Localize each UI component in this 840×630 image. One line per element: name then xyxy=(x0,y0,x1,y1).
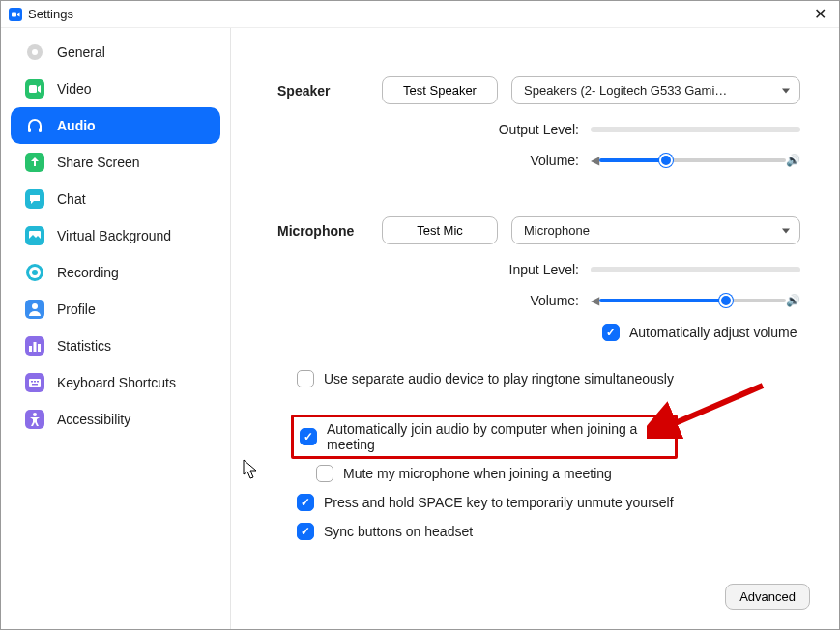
sidebar-item-label: Audio xyxy=(57,118,96,133)
volume-low-icon: ◀ xyxy=(591,154,599,167)
test-mic-button[interactable]: Test Mic xyxy=(382,216,498,244)
option-label: Sync buttons on headset xyxy=(324,524,473,539)
accessibility-icon xyxy=(24,409,45,430)
speaker-label: Speaker xyxy=(277,83,382,99)
auto-adjust-row: Automatically adjust volume xyxy=(277,324,800,341)
option-label: Mute my microphone when joining a meetin… xyxy=(343,466,612,481)
bars-icon xyxy=(24,335,45,357)
speaker-device-dropdown[interactable]: Speakers (2- Logitech G533 Gami… xyxy=(511,76,800,104)
sidebar-item-share-screen[interactable]: Share Screen xyxy=(11,144,220,181)
sidebar-item-recording[interactable]: Recording xyxy=(11,254,220,291)
speaker-volume-slider[interactable] xyxy=(599,158,786,162)
option-label: Automatically join audio by computer whe… xyxy=(327,421,669,452)
option-sync-headset-row: Sync buttons on headset xyxy=(297,523,800,540)
output-level-row: Output Level: xyxy=(277,122,800,137)
speaker-row: Speaker Test Speaker Speakers (2- Logite… xyxy=(277,76,800,104)
input-level-row: Input Level: xyxy=(277,262,800,277)
option-ringtone-device-checkbox[interactable] xyxy=(297,370,314,387)
window-title: Settings xyxy=(28,7,73,21)
chat-icon xyxy=(24,188,45,210)
sidebar-item-label: Statistics xyxy=(57,338,111,354)
svg-rect-24 xyxy=(34,381,36,383)
speaker-volume-label: Volume: xyxy=(277,153,591,168)
microphone-volume-row: Volume: ◀ 🔊 xyxy=(277,293,800,308)
app-icon xyxy=(9,8,22,21)
option-sync-headset-checkbox[interactable] xyxy=(297,523,314,540)
svg-rect-7 xyxy=(39,128,42,132)
svg-point-3 xyxy=(32,49,38,55)
sidebar-item-profile[interactable]: Profile xyxy=(11,291,220,328)
svg-rect-25 xyxy=(37,381,39,383)
sidebar-item-label: Recording xyxy=(57,265,119,280)
svg-rect-19 xyxy=(34,342,37,352)
svg-point-28 xyxy=(33,413,37,416)
output-level-label: Output Level: xyxy=(277,122,591,137)
record-icon xyxy=(24,262,45,283)
sidebar-item-accessibility[interactable]: Accessibility xyxy=(11,401,220,438)
svg-point-14 xyxy=(32,270,38,275)
sidebar-item-label: General xyxy=(57,44,105,60)
option-space-unmute-checkbox[interactable] xyxy=(297,494,314,511)
svg-rect-20 xyxy=(38,344,41,352)
microphone-volume-slider[interactable] xyxy=(599,299,786,302)
sidebar-item-chat[interactable]: Chat xyxy=(11,181,220,217)
video-icon xyxy=(24,78,45,100)
option-auto-join-audio-checkbox[interactable] xyxy=(300,428,317,445)
svg-rect-26 xyxy=(32,384,38,386)
speaker-volume-row: Volume: ◀ 🔊 xyxy=(277,153,800,168)
output-level-bar xyxy=(591,127,800,132)
sidebar-item-label: Virtual Background xyxy=(57,228,171,243)
option-ringtone-device-row: Use separate audio device to play ringto… xyxy=(297,370,800,387)
sidebar-item-keyboard-shortcuts[interactable]: Keyboard Shortcuts xyxy=(11,364,220,401)
headphones-icon xyxy=(24,115,45,136)
person-icon xyxy=(24,299,45,320)
svg-point-16 xyxy=(32,303,38,309)
svg-rect-6 xyxy=(28,128,31,132)
close-button[interactable]: ✕ xyxy=(808,5,831,23)
option-mute-on-join-row: Mute my microphone when joining a meetin… xyxy=(316,465,800,482)
sidebar-item-label: Video xyxy=(57,81,92,97)
option-label: Press and hold SPACE key to temporarily … xyxy=(324,495,674,510)
svg-rect-18 xyxy=(29,346,32,352)
svg-rect-1 xyxy=(12,12,16,16)
svg-rect-5 xyxy=(29,85,37,93)
sidebar-item-label: Chat xyxy=(57,191,86,207)
sidebar-item-virtual-background[interactable]: Virtual Background xyxy=(11,217,220,254)
input-level-bar xyxy=(591,267,800,272)
test-speaker-button[interactable]: Test Speaker xyxy=(382,76,498,104)
svg-rect-22 xyxy=(29,379,41,387)
sidebar-item-label: Accessibility xyxy=(57,412,130,427)
cursor-icon xyxy=(243,459,260,480)
sidebar: General Video Audio Share Screen Chat Vi… xyxy=(1,28,231,629)
volume-high-icon: 🔊 xyxy=(786,294,800,307)
sidebar-item-label: Profile xyxy=(57,301,96,317)
option-label: Use separate audio device to play ringto… xyxy=(324,371,674,387)
sidebar-item-video[interactable]: Video xyxy=(11,71,220,107)
microphone-row: Microphone Test Mic Microphone xyxy=(277,216,800,244)
volume-low-icon: ◀ xyxy=(591,294,599,307)
microphone-label: Microphone xyxy=(277,223,382,239)
sidebar-item-label: Keyboard Shortcuts xyxy=(57,375,176,390)
sidebar-item-label: Share Screen xyxy=(57,155,140,170)
microphone-device-dropdown[interactable]: Microphone xyxy=(511,216,800,244)
microphone-volume-label: Volume: xyxy=(277,293,591,308)
share-screen-icon xyxy=(24,152,45,173)
auto-adjust-label: Automatically adjust volume xyxy=(629,325,797,340)
sidebar-item-general[interactable]: General xyxy=(11,34,220,71)
content: Speaker Test Speaker Speakers (2- Logite… xyxy=(231,28,839,629)
gear-icon xyxy=(24,42,45,63)
volume-high-icon: 🔊 xyxy=(786,154,800,167)
option-mute-on-join-checkbox[interactable] xyxy=(316,465,333,482)
option-space-unmute-row: Press and hold SPACE key to temporarily … xyxy=(297,494,800,511)
option-auto-join-audio-highlight: Automatically join audio by computer whe… xyxy=(291,415,678,459)
svg-rect-23 xyxy=(31,381,33,383)
titlebar: Settings ✕ xyxy=(1,1,839,28)
sidebar-item-audio[interactable]: Audio xyxy=(11,107,220,144)
advanced-button[interactable]: Advanced xyxy=(725,584,810,610)
auto-adjust-checkbox[interactable] xyxy=(602,324,620,341)
keyboard-icon xyxy=(24,372,45,393)
sidebar-item-statistics[interactable]: Statistics xyxy=(11,328,220,364)
input-level-label: Input Level: xyxy=(277,262,591,277)
picture-icon xyxy=(24,225,45,246)
